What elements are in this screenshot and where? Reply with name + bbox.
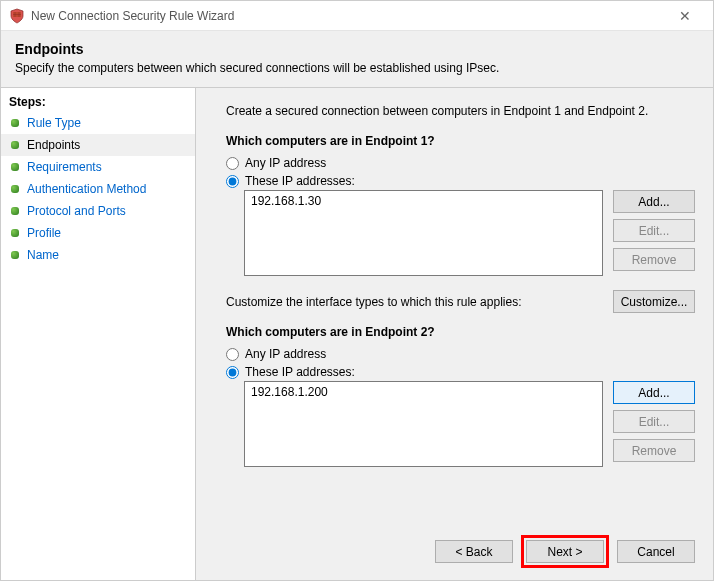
endpoint2-block: 192.168.1.200 Add... Edit... Remove <box>226 381 695 467</box>
customize-text: Customize the interface types to which t… <box>226 295 613 309</box>
step-label: Protocol and Ports <box>27 204 126 218</box>
endpoint2-these-radio-row[interactable]: These IP addresses: <box>226 363 695 381</box>
endpoint1-any-radio[interactable] <box>226 157 239 170</box>
step-profile[interactable]: Profile <box>1 222 195 244</box>
step-label: Requirements <box>27 160 102 174</box>
endpoint1-block: 192.168.1.30 Add... Edit... Remove <box>226 190 695 276</box>
endpoint2-edit-button: Edit... <box>613 410 695 433</box>
steps-list: Rule Type Endpoints Requirements Authent… <box>1 112 195 266</box>
customize-row: Customize the interface types to which t… <box>226 290 695 313</box>
bullet-icon <box>11 185 19 193</box>
endpoint2-button-column: Add... Edit... Remove <box>613 381 695 462</box>
next-button[interactable]: Next > <box>526 540 604 563</box>
bullet-icon <box>11 251 19 259</box>
endpoint1-button-column: Add... Edit... Remove <box>613 190 695 271</box>
close-button[interactable]: ✕ <box>665 2 705 30</box>
steps-sidebar: Steps: Rule Type Endpoints Requirements … <box>1 88 196 580</box>
endpoint1-any-radio-row[interactable]: Any IP address <box>226 154 695 172</box>
step-label: Name <box>27 248 59 262</box>
endpoint1-edit-button: Edit... <box>613 219 695 242</box>
endpoint2-listbox[interactable]: 192.168.1.200 <box>244 381 603 467</box>
bullet-icon <box>11 141 19 149</box>
wizard-window: New Connection Security Rule Wizard ✕ En… <box>0 0 714 581</box>
main-panel: Create a secured connection between comp… <box>196 88 713 580</box>
endpoint1-question: Which computers are in Endpoint 1? <box>226 134 695 148</box>
endpoint2-these-label: These IP addresses: <box>245 365 355 379</box>
bullet-icon <box>11 119 19 127</box>
endpoint1-remove-button: Remove <box>613 248 695 271</box>
page-subtext: Specify the computers between which secu… <box>15 61 699 75</box>
endpoint2-ip-entry[interactable]: 192.168.1.200 <box>251 385 596 399</box>
wizard-footer: < Back Next > Cancel <box>435 535 695 568</box>
step-requirements[interactable]: Requirements <box>1 156 195 178</box>
step-protocol-and-ports[interactable]: Protocol and Ports <box>1 200 195 222</box>
endpoint1-any-label: Any IP address <box>245 156 326 170</box>
bullet-icon <box>11 163 19 171</box>
endpoint2-any-label: Any IP address <box>245 347 326 361</box>
bullet-icon <box>11 207 19 215</box>
step-authentication-method[interactable]: Authentication Method <box>1 178 195 200</box>
endpoint2-any-radio[interactable] <box>226 348 239 361</box>
body: Steps: Rule Type Endpoints Requirements … <box>1 88 713 580</box>
endpoint1-these-radio[interactable] <box>226 175 239 188</box>
endpoint2-any-radio-row[interactable]: Any IP address <box>226 345 695 363</box>
cancel-button[interactable]: Cancel <box>617 540 695 563</box>
step-name[interactable]: Name <box>1 244 195 266</box>
step-rule-type[interactable]: Rule Type <box>1 112 195 134</box>
endpoint2-these-radio[interactable] <box>226 366 239 379</box>
page-heading: Endpoints <box>15 41 699 57</box>
page-header: Endpoints Specify the computers between … <box>1 31 713 88</box>
endpoint1-these-label: These IP addresses: <box>245 174 355 188</box>
firewall-shield-icon <box>9 8 25 24</box>
endpoint2-question: Which computers are in Endpoint 2? <box>226 325 695 339</box>
customize-button[interactable]: Customize... <box>613 290 695 313</box>
steps-heading: Steps: <box>1 92 195 112</box>
close-icon: ✕ <box>679 8 691 24</box>
highlight-box-next: Next > <box>521 535 609 568</box>
step-endpoints[interactable]: Endpoints <box>1 134 195 156</box>
window-title: New Connection Security Rule Wizard <box>31 9 665 23</box>
step-label: Authentication Method <box>27 182 146 196</box>
titlebar: New Connection Security Rule Wizard ✕ <box>1 1 713 31</box>
step-label: Rule Type <box>27 116 81 130</box>
bullet-icon <box>11 229 19 237</box>
step-label: Profile <box>27 226 61 240</box>
endpoint1-ip-entry[interactable]: 192.168.1.30 <box>251 194 596 208</box>
intro-text: Create a secured connection between comp… <box>226 104 695 118</box>
back-button[interactable]: < Back <box>435 540 513 563</box>
step-label: Endpoints <box>27 138 80 152</box>
endpoint2-add-button[interactable]: Add... <box>613 381 695 404</box>
endpoint2-remove-button: Remove <box>613 439 695 462</box>
endpoint1-these-radio-row[interactable]: These IP addresses: <box>226 172 695 190</box>
endpoint1-listbox[interactable]: 192.168.1.30 <box>244 190 603 276</box>
endpoint1-add-button[interactable]: Add... <box>613 190 695 213</box>
